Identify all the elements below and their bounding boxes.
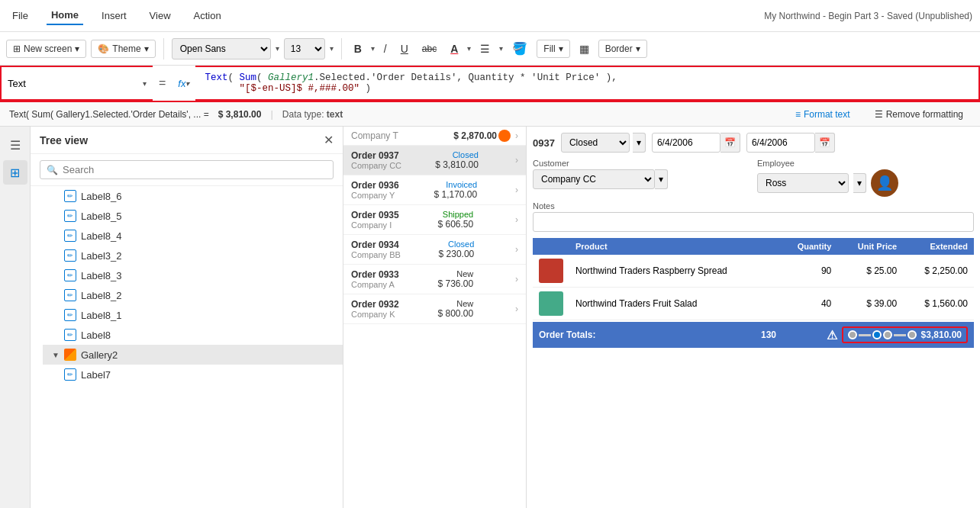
theme-icon: 🎨 [98,43,109,54]
left-nav-layers[interactable]: ⊞ [3,160,27,185]
employee-select[interactable]: Ross [757,173,849,193]
customer-select[interactable]: Company CC [533,169,655,189]
order-company-0936: Company Y [351,191,399,200]
order-item-0935[interactable]: Order 0935 Company I Shipped $ 606.50 › [343,205,526,235]
order-chevron-0935: › [515,214,518,225]
customer-chevron-btn[interactable]: ▾ [655,169,668,189]
left-nav: ☰ ⊞ [0,127,31,508]
order-item-0934[interactable]: Order 0934 Company BB Closed $ 230.00 › [343,235,526,265]
slider-dot-3[interactable] [883,330,892,339]
detail-date1-input[interactable] [652,133,720,153]
left-nav-hamburger[interactable]: ☰ [3,133,27,157]
strikethrough-button[interactable]: abc [417,41,441,56]
border-button[interactable]: Border ▾ [598,40,647,58]
menu-action[interactable]: Action [189,7,226,24]
order-detail-top-row: 0937 Closed ▾ 📅 [533,133,974,153]
tree-item-label8-6[interactable]: ✏ Label8_6 [55,186,343,206]
menu-home[interactable]: Home [47,6,83,25]
product-img-1 [539,291,563,316]
formula-name-input[interactable] [8,78,140,89]
align-button[interactable]: ☰ [475,40,495,57]
detail-date1-group: 📅 [652,133,740,153]
order-left-0934: Order 0934 Company BB [351,240,401,259]
remove-formatting-button[interactable]: ☰ Remove formatting [867,107,971,122]
detail-status-chevron[interactable]: ▾ [633,133,646,153]
formula-input-area[interactable]: Text( Sum( Gallery1.Selected.'Order Deta… [195,66,980,101]
order-amount-0937: $ 3,810.00 [435,159,479,170]
formula-fx-button[interactable]: fx ▾ [172,66,195,101]
font-size-select[interactable]: 13 [284,38,325,59]
border-icon[interactable]: ▦ [575,40,594,57]
detail-date2-btn[interactable]: 📅 [815,133,835,153]
order-status-0933: New [438,269,474,278]
table-row[interactable]: Northwind Traders Raspberry Spread 90 $ … [533,255,974,288]
menu-file[interactable]: File [8,7,33,24]
tree-item-label: Label8_6 [81,191,122,202]
formula-sum-fn: Sum [240,72,257,83]
tree-item-label8-3[interactable]: ✏ Label8_3 [55,265,343,285]
tree-expand-icon[interactable]: ▼ [52,351,60,359]
menu-view[interactable]: View [145,7,176,24]
fill-icon[interactable]: 🪣 [508,39,532,58]
label-icon: ✏ [64,190,76,202]
tree-item-label8-4[interactable]: ✏ Label8_4 [55,226,343,246]
font-select[interactable]: Open Sans [172,38,271,59]
employee-label: Employee [757,159,974,168]
warning-icon: ⚠ [827,328,837,342]
slider-line-2 [894,334,906,336]
order-item-top[interactable]: Company T $ 2,870.00 › [343,127,526,146]
order-item-0933[interactable]: Order 0933 Company A New $ 736.00 › [343,265,526,294]
table-row[interactable]: Northwind Traders Fruit Salad 40 $ 39.00… [533,288,974,320]
order-item-0937[interactable]: Order 0937 Company CC Closed $ 3,810.00 … [343,146,526,175]
employee-chevron-btn[interactable]: ▾ [853,173,866,193]
detail-status-group: Closed ▾ [561,133,646,153]
product-name-cell-0: Northwind Traders Raspberry Spread [569,255,779,288]
gallery-icon [64,349,76,361]
slider-dot-2[interactable] [872,330,882,339]
fill-button[interactable]: Fill ▾ [537,40,569,58]
bold-button[interactable]: B [350,40,366,57]
order-left-0933: Order 0933 Company A [351,269,399,289]
menu-insert[interactable]: Insert [97,7,131,24]
new-screen-button[interactable]: ⊞ New screen ▾ [6,40,86,58]
slider-controls[interactable] [848,330,917,339]
detail-date1-btn[interactable]: 📅 [720,133,740,153]
italic-button[interactable]: / [379,40,392,57]
format-text-button[interactable]: ≡ Format text [788,107,858,122]
slider-dot-1[interactable] [848,330,857,339]
order-item-0932[interactable]: Order 0932 Company K New $ 800.00 › [343,294,526,324]
tree-item-label8[interactable]: ✏ Label8 [55,325,343,345]
order-company-0933: Company A [351,280,399,289]
label-icon: ✏ [64,329,76,341]
theme-button[interactable]: 🎨 Theme ▾ [91,40,155,58]
product-name-cell-1: Northwind Traders Fruit Salad [569,288,779,320]
tree-item-label8-2[interactable]: ✏ Label8_2 [55,285,343,305]
formula-datatype: Data type: text [282,109,343,120]
order-status-0932: New [438,299,474,308]
order-right-0935: Shipped $ 606.50 [438,210,474,230]
border-label: Border [605,43,633,54]
fill-chevron-icon: ▾ [559,43,563,54]
tree-item-label3-2[interactable]: ✏ Label3_2 [55,246,343,265]
tree-item-label8-1[interactable]: ✏ Label8_1 [55,305,343,325]
order-item-0936[interactable]: Order 0936 Company Y Invoiced $ 1,170.00… [343,175,526,205]
customer-label: Customer [533,159,750,168]
detail-status-select[interactable]: Closed [561,133,630,153]
tree-item-label: Label8_2 [81,290,122,301]
detail-customer-employee-row: Customer Company CC ▾ Employee [533,159,974,197]
sidebar-search-area: 🔍 [31,154,343,186]
font-color-button[interactable]: A [446,40,463,57]
sidebar-close-button[interactable]: ✕ [324,133,334,147]
slider-dot-4[interactable] [907,330,917,339]
underline-button[interactable]: U [396,40,413,57]
tree-item-label: Label8_5 [81,211,122,222]
tree-item-gallery2[interactable]: ▼ Gallery2 [43,345,343,365]
tree-item-label8-5[interactable]: ✏ Label8_5 [55,206,343,226]
search-input[interactable] [63,164,327,175]
employee-input-group: Ross ▾ 👤 [757,169,974,197]
notes-input[interactable] [533,212,974,232]
tree-item-label7[interactable]: ✏ Label7 [55,365,343,384]
product-extended-cell-0: $ 2,250.00 [903,255,974,288]
detail-date2-input[interactable] [746,133,815,153]
unit-price-col-header: Unit Price [837,238,903,255]
